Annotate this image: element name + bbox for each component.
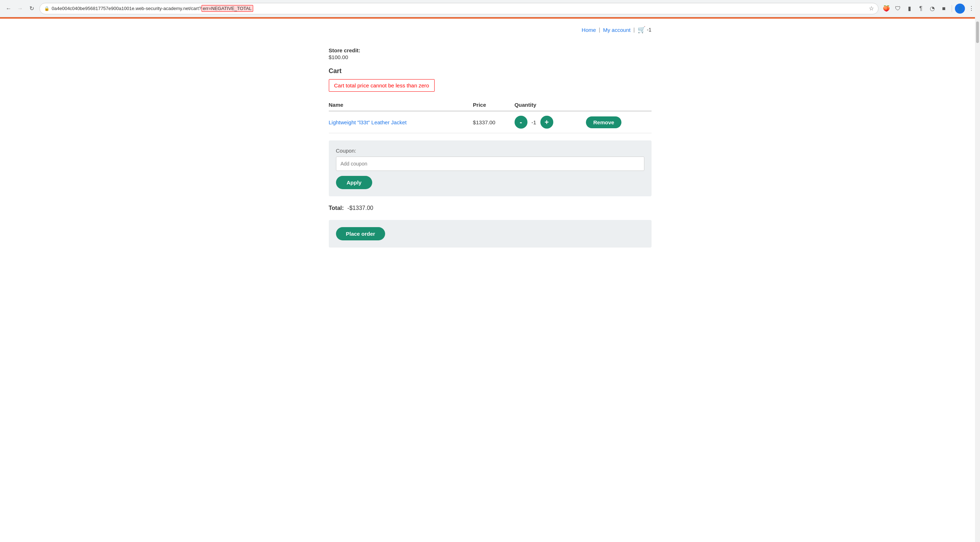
url-param: err=NEGATIVE_TOTAL <box>202 5 253 12</box>
address-bar[interactable]: 🔒 0a4e004c040be956817757e900a1001e.web-s… <box>40 3 878 14</box>
top-nav: Home | My account | 🛒 -1 <box>582 26 651 34</box>
vpn-icon[interactable]: ◔ <box>927 3 937 14</box>
error-message: Cart total price cannot be less than zer… <box>329 79 434 92</box>
qty-controls: - -1 + <box>515 116 586 128</box>
store-credit-label: Store credit: <box>329 47 652 53</box>
my-account-link[interactable]: My account <box>603 27 631 33</box>
product-qty-cell: - -1 + <box>515 111 586 133</box>
cart-count: -1 <box>647 27 651 33</box>
product-name-cell: Lightweight "l33t" Leather Jacket <box>329 111 473 133</box>
bookmark-icon[interactable]: ☆ <box>869 5 874 12</box>
note-icon[interactable]: ▮ <box>904 3 915 14</box>
total-label: Total: <box>329 205 344 211</box>
table-row: Lightweight "l33t" Leather Jacket $1337.… <box>329 111 652 133</box>
reload-button[interactable]: ↻ <box>27 3 37 14</box>
secure-icon: 🔒 <box>44 6 49 11</box>
place-order-section: Place order <box>329 220 652 247</box>
nav-sep-2: | <box>633 27 635 33</box>
nav-buttons: ← → ↻ <box>3 3 37 14</box>
product-action-cell: Remove <box>586 111 651 133</box>
store-credit-section: Store credit: $100.00 <box>329 47 652 60</box>
qty-decrease-button[interactable]: - <box>515 116 527 128</box>
extensions-icon[interactable]: 🍑 <box>881 3 891 14</box>
col-name-header: Name <box>329 99 473 111</box>
product-link[interactable]: Lightweight "l33t" Leather Jacket <box>329 119 407 125</box>
scrollbar-thumb[interactable] <box>976 22 979 43</box>
col-action-header <box>586 99 651 111</box>
cart-icon: 🛒 <box>638 26 646 34</box>
coupon-section: Coupon: Apply <box>329 140 652 196</box>
coupon-input[interactable] <box>336 157 644 171</box>
cart-heading: Cart <box>329 67 652 75</box>
remove-button[interactable]: Remove <box>586 116 621 128</box>
place-order-button[interactable]: Place order <box>336 227 385 240</box>
cart-table-header: Name Price Quantity <box>329 99 652 111</box>
store-credit-amount: $100.00 <box>329 54 652 60</box>
format-icon[interactable]: ¶ <box>916 3 926 14</box>
total-row: Total: -$1337.00 <box>329 205 652 211</box>
home-link[interactable]: Home <box>582 27 596 33</box>
cart-table-header-row: Name Price Quantity <box>329 99 652 111</box>
qty-value: -1 <box>530 119 538 125</box>
col-qty-header: Quantity <box>515 99 586 111</box>
url-text: 0a4e004c040be956817757e900a1001e.web-sec… <box>52 6 867 11</box>
forward-button[interactable]: → <box>15 3 25 14</box>
back-button[interactable]: ← <box>3 3 14 14</box>
total-value: -$1337.00 <box>347 205 373 211</box>
scrollbar[interactable] <box>975 0 980 255</box>
puzzle-icon[interactable]: ■ <box>939 3 949 14</box>
profile-icon[interactable]: 👤 <box>955 3 965 14</box>
toolbar-icons: 🍑 🛡 ▮ ¶ ◔ ■ 👤 ⋮ <box>881 3 977 14</box>
apply-button[interactable]: Apply <box>336 176 372 189</box>
product-price-cell: $1337.00 <box>473 111 515 133</box>
browser-chrome: ← → ↻ 🔒 0a4e004c040be956817757e900a1001e… <box>0 0 980 17</box>
cart-area[interactable]: 🛒 -1 <box>638 26 651 34</box>
page-content: Home | My account | 🛒 -1 Store credit: $… <box>318 19 662 255</box>
cart-table-body: Lightweight "l33t" Leather Jacket $1337.… <box>329 111 652 133</box>
qty-increase-button[interactable]: + <box>540 116 553 128</box>
shield-icon[interactable]: 🛡 <box>893 3 903 14</box>
nav-sep-1: | <box>599 27 600 33</box>
cart-table: Name Price Quantity Lightweight "l33t" L… <box>329 99 652 133</box>
col-price-header: Price <box>473 99 515 111</box>
coupon-label: Coupon: <box>336 147 644 154</box>
